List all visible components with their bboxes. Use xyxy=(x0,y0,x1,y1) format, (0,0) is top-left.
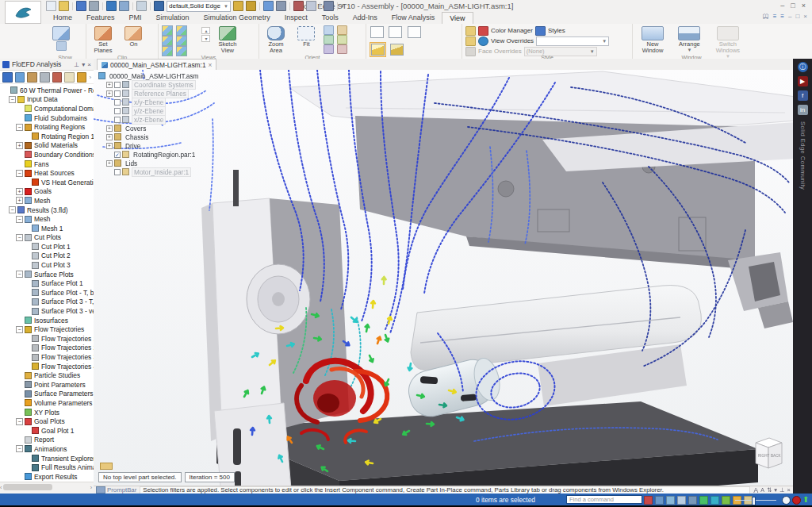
panel-pin-icon[interactable]: ⊥ xyxy=(74,61,79,68)
qat-overflow-icon[interactable]: ▾ xyxy=(341,3,344,10)
ribbon-tab-tools[interactable]: Tools xyxy=(315,12,346,24)
tree-item[interactable]: −Results (3.fld) xyxy=(0,205,94,215)
table-icon[interactable] xyxy=(136,1,147,11)
expander-icon[interactable]: − xyxy=(16,326,23,333)
box-icon[interactable] xyxy=(722,496,730,505)
hidden-edge-view-icon[interactable] xyxy=(389,26,402,38)
toolbar-overflow-icon[interactable]: › xyxy=(89,74,91,81)
new-window-button[interactable]: New Window xyxy=(636,25,669,54)
tree-item[interactable]: Mesh 1 xyxy=(0,224,94,233)
scroll-right-icon[interactable]: › xyxy=(90,485,92,490)
style-cup-icon[interactable] xyxy=(233,1,243,11)
tree-item[interactable]: −Rotating Regions xyxy=(0,122,94,132)
tree-item[interactable]: −Cut Plots xyxy=(0,233,94,243)
tree-item[interactable]: Goal Plot 1 xyxy=(0,426,94,436)
community-icon[interactable]: ⓘ xyxy=(798,62,808,72)
tree-item[interactable]: Surface Plot - T, blades xyxy=(0,288,94,298)
view-overrides-button[interactable]: View Overrides xyxy=(491,37,534,44)
arrange-button[interactable]: Arrange▼ xyxy=(672,25,706,52)
tree-item[interactable]: Flow Trajectories 4 xyxy=(0,362,94,371)
up-arrow-button[interactable]: ⬆ xyxy=(802,495,809,504)
view-cube[interactable]: RIGHT BACK xyxy=(756,438,782,468)
navigate-icon[interactable] xyxy=(154,1,164,11)
close-button[interactable]: × xyxy=(802,2,806,10)
print-icon[interactable] xyxy=(89,1,99,11)
save-icon[interactable] xyxy=(76,1,86,11)
pathfinder-item[interactable]: Motor_Inside.par:1 xyxy=(98,167,201,176)
expander-icon[interactable]: − xyxy=(9,206,16,213)
tree-item[interactable]: Fluid Subdomains xyxy=(0,113,94,123)
wizard-icon[interactable] xyxy=(77,72,87,83)
zoom-slider-thumb[interactable] xyxy=(752,497,756,505)
tree-item[interactable]: Isosurfaces xyxy=(0,316,94,325)
tree-item[interactable]: Boundary Conditions xyxy=(0,150,94,159)
view-overrides-select[interactable]: ▼ xyxy=(536,36,609,46)
visibility-checkbox[interactable] xyxy=(114,108,121,114)
prompt-close-icon[interactable]: × xyxy=(787,486,791,494)
tab-close-icon[interactable]: × xyxy=(209,61,213,69)
expander-icon[interactable]: − xyxy=(16,216,23,223)
rotate-icon[interactable] xyxy=(324,35,334,44)
visibility-checkbox[interactable] xyxy=(114,117,121,123)
tree-item[interactable]: VS Heat Generation Rate xyxy=(0,178,94,187)
pathfinder-item[interactable]: y/z-Ebene xyxy=(98,106,201,115)
tree-item[interactable]: Cut Plot 3 xyxy=(0,260,94,270)
tree-item[interactable]: Flow Trajectories 2 xyxy=(0,344,94,353)
expander-icon[interactable]: + xyxy=(106,143,113,149)
tree-item[interactable]: −Heat Sources xyxy=(0,168,94,178)
tree-item[interactable]: Computational Domain xyxy=(0,104,94,113)
tree-item[interactable]: Transient Explorer xyxy=(0,454,94,463)
floefd-hscrollbar[interactable]: ‹ › xyxy=(0,482,94,492)
scroll-thumb[interactable] xyxy=(3,484,52,490)
tree-item[interactable]: +Goals xyxy=(0,187,94,197)
pathfinder-item[interactable]: +Reference Planes xyxy=(98,89,201,98)
load-results-icon[interactable] xyxy=(15,72,25,83)
tree-item[interactable]: Rotating Region 1 xyxy=(0,132,94,141)
community-label[interactable]: Solid Edge Community xyxy=(799,121,806,190)
pan-icon[interactable] xyxy=(337,25,347,35)
expander-icon[interactable]: − xyxy=(16,418,23,425)
paint-brush-icon[interactable] xyxy=(263,1,274,11)
doc-close-button[interactable]: × xyxy=(803,13,807,20)
record-button[interactable] xyxy=(792,496,801,505)
redo-icon[interactable] xyxy=(119,1,129,11)
visible-edge-view-icon[interactable] xyxy=(408,26,421,38)
pathfinder-item[interactable]: +Chassis xyxy=(98,133,201,141)
pathfinder-item[interactable]: x/y-Ebene xyxy=(98,98,201,106)
texture-icon[interactable] xyxy=(465,36,476,46)
expander-icon[interactable]: + xyxy=(106,160,113,167)
tree-item[interactable]: Report xyxy=(0,436,94,445)
prompt-pin-icon[interactable]: ⊥ xyxy=(779,486,785,494)
sketch-view-button[interactable]: Sketch View xyxy=(214,25,241,54)
machine-model[interactable] xyxy=(201,71,793,486)
new-project-icon[interactable] xyxy=(2,72,13,83)
styles-button[interactable]: Styles xyxy=(548,27,565,34)
paperplane-icon[interactable] xyxy=(699,496,708,505)
tree-item[interactable]: −Input Data xyxy=(0,95,94,105)
tree-item[interactable]: −Mesh xyxy=(0,214,94,224)
doc-minimize-button[interactable]: – xyxy=(788,13,791,20)
minimize-button[interactable]: – xyxy=(780,2,784,10)
tree-item[interactable]: Full Results Animation xyxy=(0,463,94,472)
expander-icon[interactable]: − xyxy=(16,445,23,452)
image-icon[interactable] xyxy=(655,496,664,505)
expander-icon[interactable]: + xyxy=(16,188,23,195)
view-right-icon[interactable] xyxy=(162,36,173,46)
tree-item[interactable]: Particle Studies xyxy=(0,371,94,380)
color-bucket-icon[interactable] xyxy=(246,1,256,11)
expander-icon[interactable]: + xyxy=(106,82,113,88)
help-icon[interactable] xyxy=(64,72,75,83)
visibility-checkbox[interactable] xyxy=(114,99,121,106)
white-indicator-button[interactable] xyxy=(782,496,791,505)
application-button[interactable] xyxy=(5,1,41,24)
panel-dock-icon[interactable]: ▾ xyxy=(82,61,85,68)
pathfinder-item[interactable]: +Coordinate Systems xyxy=(98,80,201,89)
expander-icon[interactable]: − xyxy=(16,234,23,241)
screen-icon[interactable] xyxy=(688,496,697,505)
solver-monitor-icon[interactable] xyxy=(52,72,63,83)
help-icon[interactable]: 🕮 xyxy=(763,13,769,20)
tree-item[interactable]: +Mesh xyxy=(0,196,94,205)
tree-item[interactable]: Surface Plot 3 - T, inner c xyxy=(0,298,94,307)
views-scroll-down-icon[interactable]: ▾ xyxy=(201,35,210,42)
expander-icon[interactable]: − xyxy=(16,271,23,278)
